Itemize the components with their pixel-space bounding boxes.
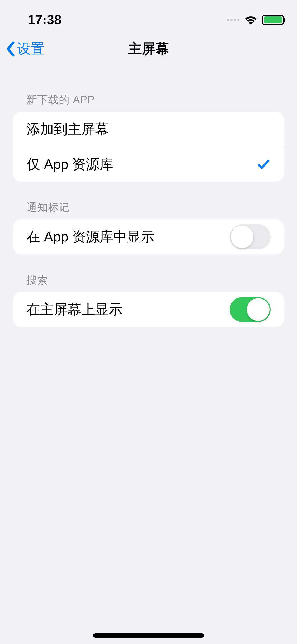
home-indicator[interactable]	[93, 633, 204, 638]
group-search: 在主屏幕上显示	[13, 292, 284, 327]
navigation-bar: 设置 主屏幕	[0, 32, 297, 66]
section-header-badges: 通知标记	[0, 182, 297, 219]
group-new-apps: 添加到主屏幕 仅 App 资源库	[13, 112, 284, 182]
battery-icon	[262, 15, 284, 25]
row-show-in-app-library: 在 App 资源库中显示	[13, 219, 284, 254]
back-button[interactable]: 设置	[5, 40, 44, 58]
status-right	[227, 15, 284, 25]
toggle-label: 在 App 资源库中显示	[26, 228, 154, 246]
toggle-show-in-app-library[interactable]	[230, 224, 271, 249]
cellular-dots-icon	[227, 19, 239, 21]
toggle-label: 在主屏幕上显示	[26, 300, 122, 319]
back-label: 设置	[17, 40, 44, 58]
row-show-on-home: 在主屏幕上显示	[13, 292, 284, 327]
page-title: 主屏幕	[128, 40, 169, 58]
option-label: 仅 App 资源库	[26, 155, 113, 174]
chevron-left-icon	[5, 41, 16, 57]
section-header-search: 搜索	[0, 254, 297, 292]
status-time: 17:38	[13, 12, 62, 27]
status-bar: 17:38	[0, 0, 297, 32]
wifi-icon	[244, 15, 257, 25]
option-app-library-only[interactable]: 仅 App 资源库	[13, 147, 284, 182]
option-label: 添加到主屏幕	[26, 120, 109, 139]
section-header-new-apps: 新下载的 APP	[0, 66, 297, 112]
group-badges: 在 App 资源库中显示	[13, 219, 284, 254]
checkmark-icon	[256, 157, 271, 172]
option-add-to-home[interactable]: 添加到主屏幕	[13, 112, 284, 147]
toggle-show-on-home[interactable]	[230, 297, 271, 322]
